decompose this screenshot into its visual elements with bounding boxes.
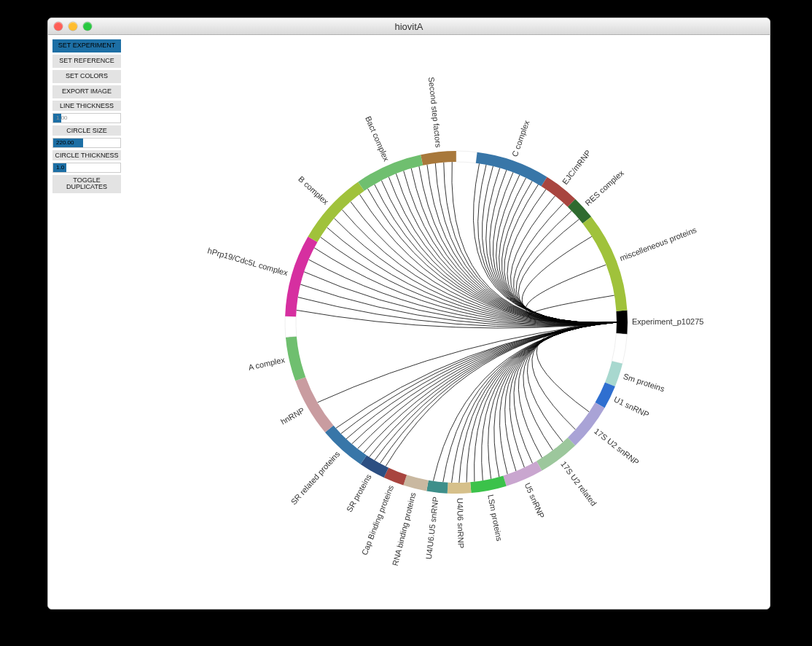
ring-segment[interactable]	[616, 311, 628, 335]
chord-line	[514, 203, 617, 323]
chord-line	[342, 210, 617, 324]
set-colors-button[interactable]: SET COLORS	[52, 70, 121, 83]
ring-segment[interactable]	[605, 361, 622, 386]
chord-line	[304, 272, 617, 325]
chord-line	[435, 163, 617, 323]
segment-label: Cap Binding proteins	[360, 483, 396, 556]
close-icon[interactable]	[54, 22, 63, 31]
segment-label: Experiment_p10275	[632, 317, 703, 326]
content-area: SET EXPERIMENT SET REFERENCE SET COLORS …	[48, 35, 770, 610]
window-title: hiovitA	[48, 21, 770, 32]
line-thickness-input[interactable]: 1.00	[52, 113, 121, 123]
segment-label: A complex	[248, 355, 286, 372]
ring-segment[interactable]	[568, 402, 605, 445]
segment-label: miscelleneous proteins	[618, 225, 698, 262]
chord-line	[532, 322, 617, 429]
chord-line	[327, 227, 617, 324]
ring-segment[interactable]	[612, 333, 627, 364]
chord-line	[433, 322, 617, 481]
ring-segment[interactable]	[503, 462, 542, 486]
ring-segment[interactable]	[596, 382, 615, 408]
ring-segment[interactable]	[286, 336, 305, 381]
circle-thickness-input[interactable]: 1.0	[52, 163, 121, 173]
segment-label: U4/U6.U5 snRNP	[424, 497, 440, 560]
segment-label: LSm proteins	[486, 494, 504, 542]
chord-line	[336, 322, 617, 428]
sidebar: SET EXPERIMENT SET REFERENCE SET COLORS …	[52, 39, 121, 193]
ring-segment[interactable]	[426, 480, 448, 494]
chord-line	[459, 322, 617, 483]
ring-segment[interactable]	[448, 482, 472, 494]
segment-label: Bact complex	[364, 115, 391, 163]
segment-label: U4/U6 snRNP	[456, 498, 465, 548]
segment-label: 17S U2 snRNP	[593, 427, 641, 467]
chord-line	[380, 322, 617, 464]
segment-label: SR related proteins	[289, 449, 341, 506]
ring-segment[interactable]	[295, 377, 333, 432]
ring-segment[interactable]	[285, 316, 297, 338]
segment-label: C complex	[510, 119, 531, 157]
chord-line	[510, 196, 617, 323]
ring-segment[interactable]	[456, 151, 477, 163]
segment-label: RNA binding proteins	[391, 491, 418, 567]
chord-line	[317, 322, 617, 402]
chord-line	[346, 322, 617, 439]
segment-label: hPrp19/Cdc5L complex	[206, 246, 289, 277]
chord-line	[308, 260, 617, 325]
toggle-duplicates-button[interactable]: TOGGLE DUPLICATES	[52, 175, 121, 194]
set-experiment-button[interactable]: SET EXPERIMENT	[52, 39, 121, 52]
app-window: hiovitA SET EXPERIMENT SET REFERENCE SET…	[47, 17, 770, 610]
segment-label: Second step factors	[427, 77, 443, 148]
segment-label: hnRNP	[279, 405, 306, 426]
minimize-icon[interactable]	[69, 22, 77, 31]
ring-segment[interactable]	[384, 467, 407, 485]
ring-segment[interactable]	[470, 475, 507, 493]
segment-label: RES complex	[583, 168, 625, 208]
chord-line	[507, 190, 617, 323]
segment-label: SR proteins	[345, 472, 373, 513]
ring-segment[interactable]	[476, 152, 547, 187]
circle-size-label: CIRCLE SIZE	[52, 125, 121, 136]
segment-label: U5 snRNP	[523, 481, 547, 519]
segment-label: B complex	[297, 174, 330, 206]
ring-segment[interactable]	[403, 475, 428, 491]
export-image-button[interactable]: EXPORT IMAGE	[52, 85, 121, 98]
segment-label: 17S U2 related	[559, 459, 598, 507]
circle-size-input[interactable]: 220.00	[52, 138, 121, 148]
segment-label: Sm proteins	[622, 372, 666, 394]
segment-label: U1 snRNP	[612, 394, 650, 419]
chord-diagram: Experiment_p10275Sm proteinsU1 snRNP17S …	[143, 35, 770, 610]
set-reference-button[interactable]: SET REFERENCE	[52, 55, 121, 68]
segment-label: EJC/mRNP	[561, 148, 593, 186]
circle-thickness-label: CIRCLE THICKNESS	[52, 150, 121, 160]
zoom-icon[interactable]	[83, 22, 92, 31]
ring-segment[interactable]	[285, 237, 317, 317]
ring-segment[interactable]	[421, 151, 456, 166]
line-thickness-label: LINE THICKNESS	[52, 101, 121, 111]
ring-segment[interactable]	[358, 155, 423, 191]
titlebar[interactable]: hiovitA	[48, 18, 770, 35]
